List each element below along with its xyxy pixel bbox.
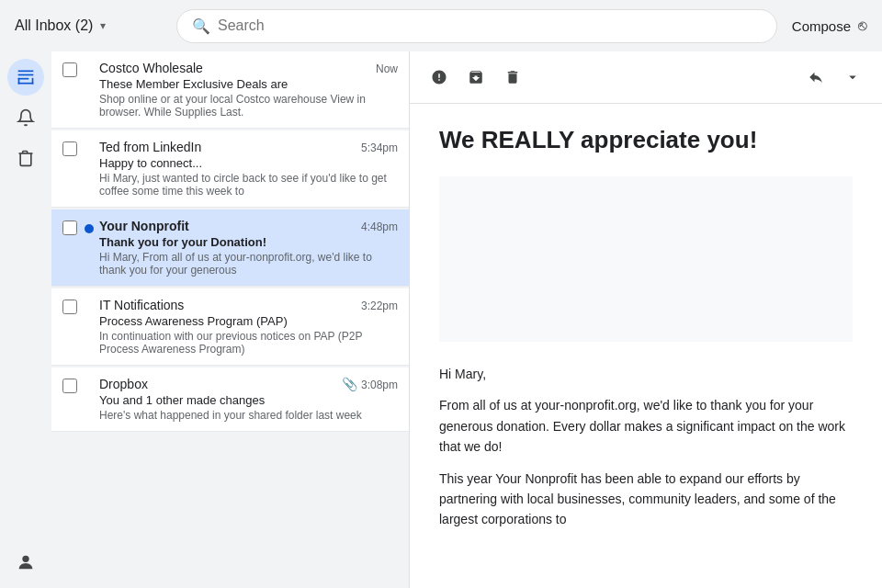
svg-rect-2 <box>18 78 29 80</box>
email-header-itnotif: IT Notifications 3:22pm <box>99 298 398 312</box>
detail-toolbar <box>410 51 882 104</box>
delete-button[interactable] <box>498 62 527 92</box>
email-checkbox-nonprofit[interactable] <box>62 220 77 239</box>
email-checkbox-linkedin[interactable] <box>62 141 77 160</box>
more-button[interactable] <box>838 62 867 92</box>
email-list-item-costco[interactable]: Costco Wholesale Now These Member Exclus… <box>51 51 409 129</box>
svg-rect-1 <box>18 74 34 76</box>
email-header-costco: Costco Wholesale Now <box>99 61 398 75</box>
checkbox-input-linkedin[interactable] <box>62 141 77 156</box>
email-preview-costco: Shop online or at your local Costco ware… <box>99 93 398 119</box>
svg-rect-5 <box>18 83 34 85</box>
search-input-wrapper: 🔍 <box>176 9 777 43</box>
unread-dot <box>85 224 94 233</box>
unread-dot-placeholder <box>85 140 94 149</box>
svg-point-6 <box>22 556 28 562</box>
email-list-item-dropbox[interactable]: Dropbox 📎3:08pm You and 1 other made cha… <box>51 368 409 432</box>
email-time-linkedin: 5:34pm <box>361 141 398 154</box>
email-content-itnotif: IT Notifications 3:22pm Process Awarenes… <box>99 298 398 356</box>
email-detail: We REALLY appreciate you! Hi Mary, From … <box>410 51 882 588</box>
unread-dot-placeholder <box>85 377 94 386</box>
unread-dot-placeholder <box>85 61 94 70</box>
email-list-item-linkedin[interactable]: Ted from LinkedIn 5:34pm Happy to connec… <box>51 130 409 208</box>
account-button[interactable] <box>7 544 44 581</box>
sidebar <box>0 51 51 588</box>
checkbox-input-itnotif[interactable] <box>62 300 77 314</box>
email-list: Costco Wholesale Now These Member Exclus… <box>51 51 410 588</box>
email-image <box>439 176 853 342</box>
email-sender-itnotif: IT Notifications <box>99 298 184 312</box>
email-body-paragraph-1: From all of us at your-nonprofit.org, we… <box>439 395 853 457</box>
email-time-itnotif: 3:22pm <box>361 300 398 312</box>
email-checkbox-itnotif[interactable] <box>62 300 77 318</box>
attachment-icon: 📎 <box>342 377 357 391</box>
email-header-linkedin: Ted from LinkedIn 5:34pm <box>99 140 398 154</box>
inbox-selector[interactable]: All Inbox (2) ▾ <box>15 17 162 34</box>
email-sender-nonprofit: Your Nonprofit <box>99 219 189 233</box>
email-preview-nonprofit: Hi Mary, From all of us at your-nonprofi… <box>99 251 398 277</box>
sidebar-item-inbox[interactable] <box>7 59 44 96</box>
detail-body: We REALLY appreciate you! Hi Mary, From … <box>410 104 882 588</box>
compose-label: Compose <box>792 18 851 34</box>
archive-button[interactable] <box>461 62 491 92</box>
spam-button[interactable] <box>424 62 454 92</box>
email-content-linkedin: Ted from LinkedIn 5:34pm Happy to connec… <box>99 140 398 198</box>
main-area: Costco Wholesale Now These Member Exclus… <box>0 51 882 588</box>
email-body-paragraph-2: This year Your Nonprofit has been able t… <box>439 469 853 530</box>
compose-icon: ⎋ <box>858 17 867 34</box>
email-preview-itnotif: In continuation with our previous notice… <box>99 330 398 356</box>
email-subject-itnotif: Process Awareness Program (PAP) <box>99 314 398 328</box>
email-header-dropbox: Dropbox 📎3:08pm <box>99 377 398 391</box>
email-subject-linkedin: Happy to connect... <box>99 156 398 170</box>
sidebar-item-trash[interactable] <box>7 140 44 176</box>
email-content-dropbox: Dropbox 📎3:08pm You and 1 other made cha… <box>99 377 398 422</box>
email-header-nonprofit: Your Nonprofit 4:48pm <box>99 219 398 233</box>
email-subject: We REALLY appreciate you! <box>439 126 853 154</box>
inbox-label: All Inbox (2) <box>15 17 93 34</box>
email-list-item-itnotif[interactable]: IT Notifications 3:22pm Process Awarenes… <box>51 288 409 366</box>
search-icon: 🔍 <box>192 17 210 35</box>
search-bar: 🔍 <box>176 9 777 43</box>
email-sender-costco: Costco Wholesale <box>99 61 203 75</box>
email-preview-linkedin: Hi Mary, just wanted to circle back to s… <box>99 172 398 198</box>
email-time-costco: Now <box>376 62 398 75</box>
email-preview-dropbox: Here's what happened in your shared fold… <box>99 409 398 422</box>
email-time-dropbox: 📎3:08pm <box>342 377 398 391</box>
email-checkbox-costco[interactable] <box>62 62 77 81</box>
top-bar: All Inbox (2) ▾ 🔍 Compose ⎋ <box>0 0 882 51</box>
email-sender-linkedin: Ted from LinkedIn <box>99 140 201 154</box>
email-greeting: Hi Mary, <box>439 364 853 384</box>
email-checkbox-dropbox[interactable] <box>62 379 77 397</box>
chevron-down-icon: ▾ <box>100 19 106 32</box>
reply-button[interactable] <box>801 62 831 92</box>
email-time-nonprofit: 4:48pm <box>361 220 398 233</box>
unread-dot-placeholder <box>85 298 94 307</box>
email-content-costco: Costco Wholesale Now These Member Exclus… <box>99 61 398 119</box>
search-input[interactable] <box>218 17 762 34</box>
email-sender-dropbox: Dropbox <box>99 377 148 391</box>
email-list-item-nonprofit[interactable]: Your Nonprofit 4:48pm Thank you for your… <box>51 209 409 287</box>
sidebar-item-starred[interactable] <box>7 99 44 136</box>
checkbox-input-dropbox[interactable] <box>62 379 77 393</box>
email-subject-nonprofit: Thank you for your Donation! <box>99 235 398 249</box>
checkbox-input-nonprofit[interactable] <box>62 220 77 235</box>
email-body-text: Hi Mary, From all of us at your-nonprofi… <box>439 364 853 530</box>
compose-button[interactable]: Compose ⎋ <box>792 17 867 34</box>
email-subject-dropbox: You and 1 other made changes <box>99 393 398 407</box>
checkbox-input-costco[interactable] <box>62 62 77 77</box>
email-subject-costco: These Member Exclusive Deals are <box>99 77 398 91</box>
email-content-nonprofit: Your Nonprofit 4:48pm Thank you for your… <box>99 219 398 277</box>
svg-rect-0 <box>18 71 34 73</box>
